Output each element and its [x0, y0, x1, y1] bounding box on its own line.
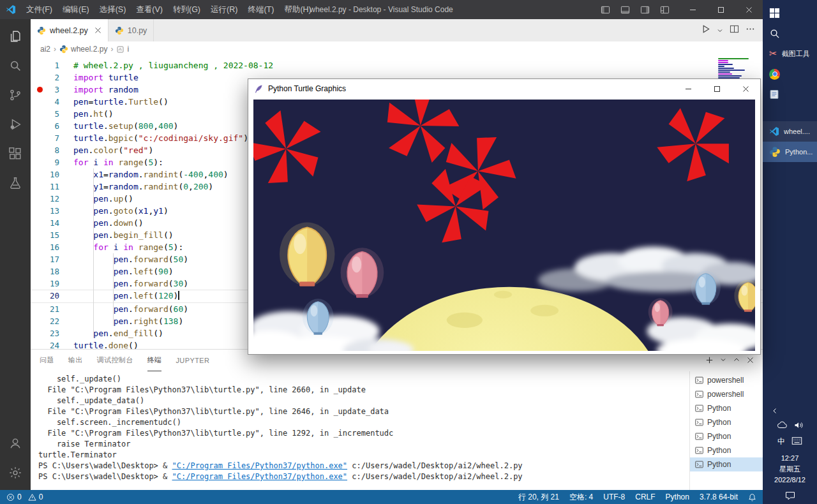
menu-item[interactable]: 查看(V): [131, 0, 168, 19]
ime-indicator[interactable]: 中: [777, 436, 785, 447]
activity-source-control[interactable]: [0, 80, 31, 110]
onedrive-cloud-icon[interactable]: [777, 421, 788, 430]
action-center[interactable]: [785, 491, 795, 501]
line-number: 23: [50, 327, 59, 339]
terminal-icon: [695, 419, 703, 426]
activity-explorer[interactable]: [0, 22, 31, 51]
python-interpreter[interactable]: 3.7.8 64-bit: [700, 493, 738, 501]
terminal-session[interactable]: Python: [690, 401, 763, 415]
terminal-session[interactable]: powershell: [690, 387, 763, 401]
terminal-profile-dropdown[interactable]: [720, 357, 726, 364]
terminal-session[interactable]: Python: [690, 429, 763, 443]
clock[interactable]: 12:27星期五2022/8/12: [774, 453, 806, 485]
run-python-file-button[interactable]: [701, 24, 710, 36]
start-button[interactable]: [763, 3, 817, 23]
encoding[interactable]: UTF-8: [603, 493, 625, 501]
line-number: 21: [50, 303, 59, 315]
activity-search[interactable]: [0, 51, 31, 80]
show-hidden-icons[interactable]: [772, 408, 778, 415]
run-dropdown[interactable]: [717, 25, 723, 36]
maximize-panel-button[interactable]: [733, 356, 740, 365]
menu-item[interactable]: 编辑(E): [57, 0, 94, 19]
code-line-1[interactable]: 1# wheel.2.py , liuguancheng , 2022-08-1…: [31, 59, 763, 71]
turtle-minimize-button[interactable]: [674, 79, 703, 98]
panel-tab[interactable]: 调试控制台: [97, 350, 133, 371]
editor-tab-1[interactable]: 10.py: [109, 19, 154, 41]
menu-item[interactable]: 运行(R): [206, 0, 243, 19]
snipping-tool[interactable]: ✂截图工具: [763, 43, 817, 64]
more-actions-button[interactable]: [746, 24, 755, 36]
terminal-icon: [695, 404, 703, 412]
touch-keyboard[interactable]: [791, 437, 802, 446]
terminal-output[interactable]: self._update() File "C:\Program Files\Py…: [31, 371, 689, 490]
line-number: 13: [50, 205, 59, 217]
close-button[interactable]: [735, 0, 763, 19]
errors-count[interactable]: 0: [6, 493, 22, 501]
layout-sidebar-right-icon[interactable]: [636, 5, 654, 15]
panel-tab[interactable]: JUPYTER: [176, 350, 209, 371]
notifications-bell[interactable]: [748, 493, 756, 501]
menu-bar: 文件(F)编辑(E)选择(S)查看(V)转到(G)运行(R)终端(T)帮助(H): [21, 0, 317, 19]
terminal-session[interactable]: Python: [690, 457, 763, 471]
notepad-icon: [769, 89, 779, 100]
terminal-session[interactable]: Python: [690, 443, 763, 457]
search-icon: [8, 59, 22, 73]
warnings-count[interactable]: 0: [28, 493, 43, 501]
line-number: 2: [54, 71, 59, 84]
menu-item[interactable]: 选择(S): [94, 0, 131, 19]
terminal-session[interactable]: Python: [690, 415, 763, 429]
panel-tab[interactable]: 问题: [40, 350, 54, 371]
turtle-close-button[interactable]: [731, 79, 760, 98]
turtle-window-titlebar[interactable]: Python Turtle Graphics: [248, 79, 760, 98]
layout-panel-icon[interactable]: [617, 5, 634, 15]
new-terminal-button[interactable]: [705, 356, 714, 366]
editor-tab-0[interactable]: wheel.2.py: [31, 19, 109, 41]
line-number: 22: [50, 315, 59, 327]
python-file-icon: [115, 26, 124, 35]
turtle-graphics-window[interactable]: Python Turtle Graphics: [248, 78, 761, 355]
terminal-link[interactable]: "C:/Program Files/Python37/python.exe": [172, 461, 348, 470]
symbol-variable-icon: [116, 45, 124, 54]
activity-extensions[interactable]: [0, 139, 31, 168]
menu-item[interactable]: 转到(G): [168, 0, 206, 19]
volume-icon[interactable]: [794, 421, 804, 431]
breakpoint[interactable]: [37, 87, 43, 93]
chrome[interactable]: [763, 64, 817, 84]
layout-sidebar-icon[interactable]: [597, 5, 614, 15]
taskbar-search-button[interactable]: [763, 23, 817, 43]
language-mode[interactable]: Python: [666, 493, 689, 501]
eol[interactable]: CRLF: [635, 493, 655, 501]
activity-testing[interactable]: [0, 168, 31, 198]
tab-close-icon[interactable]: [94, 27, 101, 34]
indentation[interactable]: 空格: 4: [569, 492, 593, 503]
terminal-link[interactable]: "C:/Program Files/Python37/python.exe": [172, 472, 348, 481]
split-editor-button[interactable]: [730, 24, 739, 36]
breadcrumb-item[interactable]: ai2: [40, 45, 50, 54]
line-number: 18: [50, 265, 59, 278]
menu-item[interactable]: 终端(T): [243, 0, 279, 19]
panel-tab[interactable]: 输出: [68, 350, 83, 371]
terminal-icon: [695, 461, 703, 468]
notepad[interactable]: [763, 84, 817, 105]
breadcrumb-item[interactable]: i: [116, 45, 129, 54]
line-number: 16: [50, 241, 59, 253]
breadcrumb-item[interactable]: wheel.2.py: [59, 45, 107, 54]
layout-customize-icon[interactable]: [656, 5, 673, 15]
python-app[interactable]: Python...: [763, 142, 817, 162]
panel-tab[interactable]: 终端: [147, 350, 162, 371]
minimize-button[interactable]: [678, 0, 707, 19]
cursor-position[interactable]: 行 20, 列 21: [518, 492, 559, 503]
vscode-app[interactable]: wheel....: [763, 121, 817, 142]
activity-accounts[interactable]: [0, 429, 31, 458]
activity-settings[interactable]: [0, 458, 31, 487]
terminal-line: turtle.Terminator: [38, 450, 689, 461]
maximize-button[interactable]: [707, 0, 735, 19]
line-number: 14: [50, 217, 59, 229]
menu-item[interactable]: 文件(F): [21, 0, 57, 19]
turtle-maximize-button[interactable]: [703, 79, 731, 98]
terminal-line: self._update(): [38, 374, 689, 385]
window-controls: [678, 0, 763, 19]
activity-run-and-debug[interactable]: [0, 110, 31, 139]
terminal-session[interactable]: powershell: [690, 373, 763, 387]
close-panel-button[interactable]: [747, 357, 754, 365]
